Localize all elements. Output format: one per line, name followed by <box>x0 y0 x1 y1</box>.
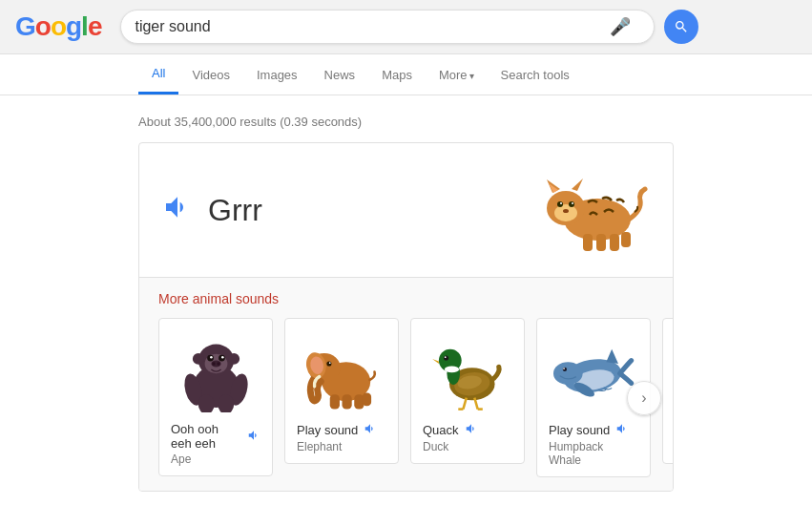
whale-svg <box>553 331 635 412</box>
svg-line-50 <box>463 397 466 409</box>
more-sounds-section: More animal sounds <box>139 277 673 491</box>
sound-left: Grrr <box>162 192 262 229</box>
nav-all[interactable]: All <box>138 54 178 95</box>
microphone-icon[interactable]: 🎤 <box>610 16 631 37</box>
chevron-down-icon: ▾ <box>469 71 474 81</box>
header: Google 🎤 <box>0 0 812 54</box>
svg-point-46 <box>444 366 458 372</box>
svg-point-29 <box>192 352 203 364</box>
svg-point-35 <box>326 361 331 366</box>
more-sounds-title: More animal sounds <box>158 291 654 306</box>
elephant-image <box>297 328 386 414</box>
nav-images[interactable]: Images <box>243 56 311 94</box>
svg-point-21 <box>221 355 224 358</box>
duck-sound-label: Quack <box>423 423 459 437</box>
tiger-svg <box>535 162 650 258</box>
animals-row: Ooh ooh eeh eeh Ape <box>158 318 654 477</box>
svg-point-23 <box>212 362 215 365</box>
svg-rect-11 <box>583 234 593 251</box>
nav-more[interactable]: More▾ <box>426 56 488 94</box>
tiger-image <box>535 162 650 258</box>
search-icon <box>674 19 689 34</box>
whale-sound-row: Play sound <box>549 422 638 438</box>
whale-sound-label: Play sound <box>549 423 610 437</box>
svg-point-30 <box>228 352 239 364</box>
svg-marker-3 <box>572 179 583 191</box>
ape-speaker-icon[interactable] <box>247 429 260 445</box>
search-button[interactable] <box>664 10 698 44</box>
ape-name: Ape <box>171 452 260 466</box>
svg-rect-14 <box>621 232 631 247</box>
duck-svg <box>427 331 509 412</box>
animal-card-elephant[interactable]: Play sound Elephant <box>284 318 399 464</box>
svg-marker-47 <box>432 358 439 363</box>
svg-point-20 <box>210 355 213 358</box>
search-bar: 🎤 <box>120 10 655 44</box>
svg-rect-12 <box>596 234 606 251</box>
tiger-sound-text: Grrr <box>208 193 262 228</box>
elephant-sound-row: Play sound <box>297 422 386 438</box>
nav-bar: All Videos Images News Maps More▾ Search… <box>0 54 812 95</box>
svg-point-56 <box>553 362 583 385</box>
svg-point-58 <box>563 368 565 369</box>
nav-search-tools[interactable]: Search tools <box>488 56 583 94</box>
svg-point-9 <box>572 202 573 204</box>
main-content: About 35,400,000 results (0.39 seconds) … <box>0 95 812 505</box>
svg-point-57 <box>562 367 566 370</box>
whale-image <box>549 328 638 414</box>
result-stats: About 35,400,000 results (0.39 seconds) <box>138 115 674 129</box>
nav-news[interactable]: News <box>311 56 369 94</box>
svg-marker-59 <box>606 348 618 363</box>
gorilla-svg <box>176 331 257 412</box>
svg-point-7 <box>569 201 574 207</box>
google-logo: Google <box>15 11 101 42</box>
animal-card-cow[interactable]: Moo Cow <box>662 318 674 464</box>
elephant-name: Elephant <box>297 440 386 453</box>
svg-point-49 <box>444 356 446 358</box>
duck-speaker-icon[interactable] <box>465 422 478 438</box>
duck-image <box>423 328 512 414</box>
nav-maps[interactable]: Maps <box>368 56 426 94</box>
animal-card-duck[interactable]: Quack Duck <box>410 318 525 464</box>
duck-sound-row: Quack <box>423 422 512 438</box>
svg-point-48 <box>444 355 448 360</box>
svg-rect-37 <box>329 394 339 409</box>
svg-point-10 <box>563 209 569 213</box>
svg-point-6 <box>557 201 563 207</box>
speaker-icon[interactable] <box>162 192 193 229</box>
whale-name: Humpback Whale <box>549 440 638 467</box>
next-button[interactable]: › <box>627 381 661 415</box>
elephant-svg <box>302 331 383 412</box>
nav-videos[interactable]: Videos <box>178 56 243 94</box>
svg-rect-38 <box>342 394 351 409</box>
elephant-speaker-icon[interactable] <box>364 422 377 438</box>
ape-sound-label: Ooh ooh eeh eeh <box>171 422 241 451</box>
ape-sound-row: Ooh ooh eeh eeh <box>171 422 260 451</box>
svg-point-8 <box>560 202 562 204</box>
svg-point-24 <box>217 362 219 365</box>
svg-point-36 <box>328 362 330 364</box>
sound-main-area: Grrr <box>139 143 673 277</box>
svg-rect-40 <box>362 392 370 406</box>
whale-speaker-icon[interactable] <box>615 422 629 438</box>
ape-image <box>171 328 260 414</box>
svg-rect-13 <box>610 234 619 251</box>
animal-card-ape[interactable]: Ooh ooh eeh eeh Ape <box>158 318 273 476</box>
tiger-sound-card: Grrr <box>138 142 674 492</box>
search-input[interactable] <box>135 18 610 35</box>
elephant-sound-label: Play sound <box>297 423 358 437</box>
duck-name: Duck <box>423 440 512 453</box>
